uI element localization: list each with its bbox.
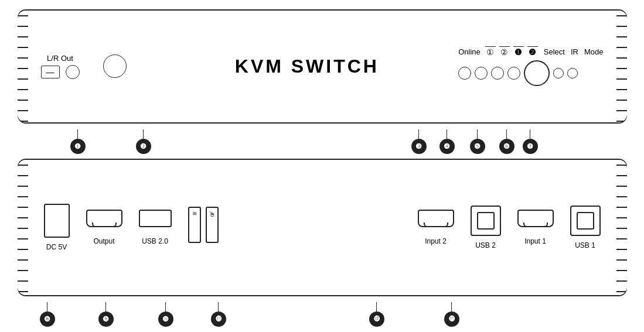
line-4 [447,129,448,139]
mode-label: Mode [584,47,604,56]
port-input2: Input 2 [418,210,454,245]
dc-label: DC 5V [46,243,67,251]
badge-5: ❺ [470,129,485,154]
port-output: Output [86,210,122,245]
line-10 [165,302,166,312]
badge-circle-7: ❼ [523,139,538,154]
num2-item: ② [499,46,510,57]
badge-13: ⓭ [444,302,459,327]
usb2b-port [471,206,501,236]
num2-filled-circle: ❷ [529,47,536,57]
num2-circle: ② [500,47,508,57]
num1-filled-circle: ❶ [514,47,522,57]
badge-2: ❷ [136,129,151,154]
badge-circle-4: ❹ [439,139,455,154]
select-label: Select [544,47,565,56]
usb20-port [139,210,172,227]
badge-circle-11: ⓫ [211,312,226,327]
badge-circle-1: ❶ [70,139,86,154]
port-input1: Input 1 [517,210,554,245]
num1-filled-overline [513,46,524,47]
usb1b-inner [577,212,594,230]
num1-overline [485,46,496,47]
num1-item: ① [485,46,496,57]
ir-label: IR [571,47,578,56]
line-11 [218,302,219,312]
num2-overline [499,46,510,47]
online-label: Online [458,47,481,56]
num2-filled-overline [527,46,538,47]
line-7 [530,129,531,139]
bottom-panel: DC 5V Output USB 2.0 ≋ [18,159,627,296]
badge-circle-13: ⓭ [444,312,459,327]
output-label: Output [93,237,114,245]
badge-circle-6: ❻ [499,139,514,154]
num2-filled-item: ❷ [527,46,538,57]
usb2-label: USB 2 [475,241,496,249]
port-usb20: USB 2.0 [139,210,172,245]
main-knob [103,54,127,78]
line-8 [47,302,48,312]
lr-out-controls: — [41,65,80,79]
badge-12: ⓬ [369,302,384,327]
top-badge-row: ❶ ❷ ❸ ❹ ❺ ❻ ❼ [18,129,627,153]
badge-circle-2: ❷ [136,139,151,154]
badge-circle-3: ❸ [411,139,427,154]
usb2b-inner [477,212,495,230]
line-5 [477,129,478,139]
input2-label: Input 2 [425,237,447,245]
output-hdmi-port [86,210,122,227]
badge-circle-10: ❿ [158,312,173,327]
input2-hdmi-port [418,210,454,227]
tall-ports-group: ≋ 🖱 [188,207,219,248]
badge-circle-12: ⓬ [369,312,384,327]
badge-3: ❸ [411,129,427,154]
input1-label: Input 1 [524,237,546,245]
top-panel: L/R Out — KVM SWITCH Online ① [18,9,627,124]
ind-circle-3 [491,67,504,80]
bottom-badge-row: ❽ ❾ ❿ ⓫ ⓬ ⓭ [18,302,627,323]
lr-out-label: L/R Out [47,54,73,63]
right-indicators-section: Online ① ② ❶ [458,46,603,87]
badge-circle-9: ❾ [98,312,114,327]
line-13 [451,302,452,312]
indicator-labels: Online ① ② ❶ [458,46,603,57]
line-3 [418,129,420,139]
num1-circle: ① [486,47,494,57]
kvm-title: KVM SWITCH [156,56,459,77]
ind-circle-1 [458,67,471,80]
line-6 [506,129,507,139]
rect-button: — [41,66,60,78]
badge-circle-5: ❺ [470,139,485,154]
badge-6: ❻ [499,129,514,154]
port-tall-2: 🖱 [206,207,219,248]
badge-circle-8: ❽ [40,312,55,327]
indicator-circles-row [458,60,578,86]
tall-port-2: 🖱 [206,207,219,243]
badge-11: ⓫ [211,302,226,327]
badge-10: ❿ [158,302,173,327]
port-usb1b: USB 1 [570,206,601,249]
usb1b-port [570,206,601,236]
badge-7: ❼ [523,129,538,154]
port-usb2b: USB 2 [471,206,501,249]
ind-circle-4 [507,67,520,80]
ind-circle-2 [475,67,488,80]
badge-4: ❹ [439,129,455,154]
line-9 [105,302,107,312]
num1-filled-item: ❶ [513,46,524,57]
lr-out-section: L/R Out — [41,54,80,79]
ir-circle [553,68,564,78]
tall-port-1: ≋ [188,207,201,243]
badge-1: ❶ [70,129,86,154]
usb20-label: USB 2.0 [142,237,168,245]
select-circle[interactable] [524,60,550,86]
dc-port [44,204,70,238]
badge-8: ❽ [40,302,55,327]
bottom-content: DC 5V Output USB 2.0 ≋ [29,160,615,295]
port-dc5v: DC 5V [44,204,70,251]
usb1-label: USB 1 [575,241,595,249]
mode-circle [567,68,578,78]
badge-9: ❾ [98,302,114,327]
line-12 [376,302,377,312]
